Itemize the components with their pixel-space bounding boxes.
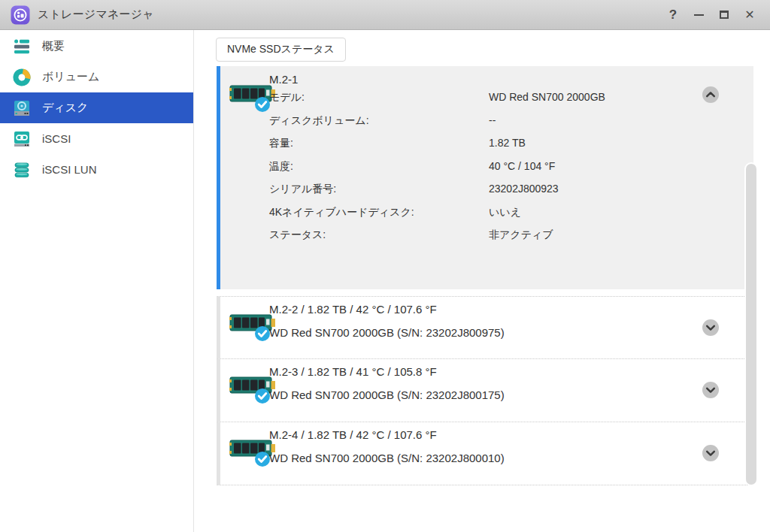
disk-summary-title: M.2-3 / 1.82 TB / 41 °C / 105.8 °F [269,365,437,378]
sidebar-item-label: ディスク [42,101,88,115]
disk-detail-rows: モデル: WD Red SN700 2000GB ディスクボリューム: -- 容… [269,91,731,252]
disk-card-m2-1: M.2-1 モデル: WD Red SN700 2000GB ディスクボリューム… [217,66,753,289]
sidebar-item-label: iSCSI LUN [42,163,97,176]
expand-button[interactable] [702,381,720,399]
nvme-ssd-status-tab[interactable]: NVMe SSDステータス [216,38,346,62]
detail-row-model: モデル: WD Red SN700 2000GB [269,91,731,114]
sidebar: 概要 ボリューム ディスク [0,30,194,532]
disk-summary-subtitle: WD Red SN700 2000GB (S/N: 23202J800010) [269,452,505,464]
help-button[interactable]: ? [663,5,683,25]
disk-summary-subtitle: WD Red SN700 2000GB (S/N: 23202J800175) [269,388,505,401]
lun-stack-icon [13,161,31,179]
disk-summary-title: M.2-2 / 1.82 TB / 42 °C / 107.6 °F [269,303,437,316]
titlebar: ストレージマネージャ ? ✕ [0,0,770,30]
sidebar-item-disk[interactable]: ディスク [0,92,193,123]
close-button[interactable]: ✕ [740,5,759,25]
disk-card-list: M.2-1 モデル: WD Red SN700 2000GB ディスクボリューム… [217,66,753,485]
minimize-button[interactable] [689,5,708,25]
expand-button[interactable] [702,319,720,337]
detail-row-volume: ディスクボリューム: -- [269,114,731,138]
collapse-button[interactable] [702,86,720,104]
maximize-icon [720,11,729,19]
storage-manager-app-icon [11,5,30,25]
chevron-down-icon [702,319,720,337]
disk-drive-icon [13,99,31,117]
minimize-icon [694,14,704,16]
overview-icon [13,38,31,56]
sidebar-item-label: 概要 [42,39,65,53]
detail-row-serial: シリアル番号: 23202J800923 [269,183,731,206]
vertical-scrollbar-thumb[interactable] [746,164,756,485]
detail-row-4k-native: 4Kネイティブハードディスク: いいえ [269,206,731,229]
chevron-down-icon [702,444,720,462]
window-title: ストレージマネージャ [38,8,154,22]
disk-name: M.2-1 [269,73,298,86]
window-controls: ? ✕ [663,5,759,25]
chevron-up-icon [702,86,720,104]
detail-row-status: ステータス: 非アクティブ [269,228,731,252]
chevron-down-icon [702,381,720,399]
volume-donut-icon [13,68,31,86]
detail-row-temperature: 温度: 40 °C / 104 °F [269,160,731,183]
disk-summary-title: M.2-4 / 1.82 TB / 42 °C / 107.6 °F [269,428,437,441]
disk-card-m2-2[interactable]: M.2-2 / 1.82 TB / 42 °C / 107.6 °F WD Re… [217,296,753,359]
disk-card-m2-4[interactable]: M.2-4 / 1.82 TB / 42 °C / 107.6 °F WD Re… [217,422,753,485]
main-content: NVMe SSDステータス [195,30,770,532]
sidebar-item-label: iSCSI [42,132,71,145]
sidebar-item-overview[interactable]: 概要 [0,31,193,62]
disk-summary-subtitle: WD Red SN700 2000GB (S/N: 23202J800975) [269,326,505,339]
sidebar-item-volume[interactable]: ボリューム [0,62,193,92]
expand-button[interactable] [702,444,720,462]
detail-row-capacity: 容量: 1.82 TB [269,137,731,160]
sidebar-item-iscsi[interactable]: iSCSI [0,123,193,154]
sidebar-item-label: ボリューム [42,70,99,84]
maximize-button[interactable] [714,5,734,25]
disk-card-m2-3[interactable]: M.2-3 / 1.82 TB / 41 °C / 105.8 °F WD Re… [217,359,753,422]
sidebar-item-iscsi-lun[interactable]: iSCSI LUN [0,154,193,185]
iscsi-link-icon [13,130,31,148]
